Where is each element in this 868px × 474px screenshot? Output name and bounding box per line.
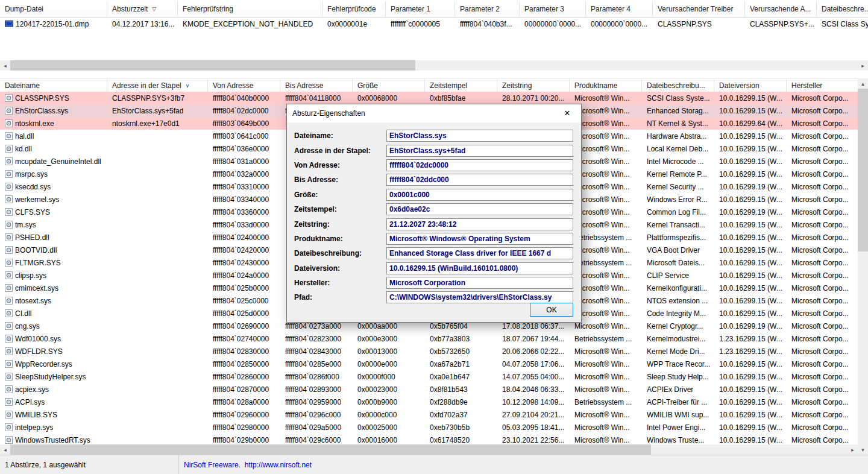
field-value-box[interactable]: fffff804`02ddc000	[386, 174, 573, 186]
scroll-up-icon[interactable]: ▴	[858, 78, 868, 89]
column-header-parameter-2[interactable]: Parameter 2	[455, 1, 520, 17]
column-header-hersteller[interactable]: Hersteller	[787, 79, 862, 92]
cell: 10.0.16299.15 (W...	[714, 282, 787, 294]
dump-list: 120417-22015-01.dmp04.12.2017 13:16...KM…	[0, 17, 868, 31]
upper-horizontal-scrollbar[interactable]: ◂ ▸	[0, 60, 868, 71]
cell: 1.23.16299.15 (W...	[714, 345, 787, 358]
column-header-verursachende-a[interactable]: Verursachende A...	[745, 1, 817, 17]
table-row[interactable]: acpiex.sysfffff804`02870000fffff804`0289…	[0, 383, 858, 396]
cell: fffff804`02830000	[208, 345, 280, 358]
scrollbar-thumb[interactable]	[858, 89, 868, 251]
cell: WMILIB WMI sup...	[642, 408, 714, 421]
field-value-box[interactable]: Enhanced Storage Class driver for IEEE 1…	[386, 247, 573, 259]
cell-text: CLFS.SYS	[15, 208, 50, 216]
column-header-adresse-in-der-stapel[interactable]: Adresse in der Stapel∨	[107, 79, 208, 92]
column-header-gr-e[interactable]: Größe	[353, 79, 425, 92]
table-row[interactable]: Wdf01000.sysfffff804`02740000fffff804`02…	[0, 332, 858, 345]
table-row[interactable]: WMILIB.SYSfffff804`02960000fffff804`0296…	[0, 408, 858, 421]
cell-text: Microsoft Corpo...	[791, 347, 849, 356]
column-header-parameter-1[interactable]: Parameter 1	[386, 1, 455, 17]
cell: 10.0.16299.15 (W...	[714, 408, 787, 421]
cell: fffff804`029a5000	[280, 421, 353, 434]
scroll-left-icon[interactable]: ◂	[0, 444, 10, 455]
column-header-fehlerpr-fcode[interactable]: Fehlerprüfcode	[322, 1, 386, 17]
field-value-box[interactable]: EhStorClass.sys+5fad	[386, 145, 573, 157]
column-header-absturzzeit[interactable]: Absturzzeit▽	[107, 1, 178, 17]
column-header-verursachender-treiber[interactable]: Verursachender Treiber	[653, 1, 745, 17]
cell-text: EhStorClass.sys+5fad	[112, 107, 183, 115]
cell-text: ntosext.sys	[15, 297, 51, 305]
cell-text: Microsoft® Win...	[574, 119, 630, 128]
cell: 10.0.16299.15 (W...	[714, 92, 787, 104]
cell-text: Microsoft Corpo...	[791, 436, 849, 444]
scrollbar-thumb[interactable]	[10, 60, 415, 71]
field-label: Größe:	[294, 191, 318, 199]
field-value-box[interactable]: 10.0.16299.15 (WinBuild.160101.0800)	[386, 262, 573, 274]
table-row[interactable]: 120417-22015-01.dmp04.12.2017 13:16...KM…	[0, 17, 868, 31]
scroll-down-icon[interactable]: ▾	[858, 444, 868, 455]
cell: Microsoft Corpo...	[787, 92, 858, 104]
field-value-box[interactable]: 0x0001c000	[386, 189, 573, 201]
field-value-box[interactable]: fffff804`02dc0000	[386, 159, 573, 171]
scroll-left-icon[interactable]: ◂	[0, 60, 10, 71]
driver-file-icon	[5, 259, 13, 267]
ok-button[interactable]: OK	[530, 303, 573, 317]
cell-text: Microsoft® Win...	[574, 322, 630, 330]
column-header-zeitstring[interactable]: Zeitstring	[497, 79, 570, 92]
cell-text: Kernel Mode Dri...	[647, 347, 705, 356]
cell-text: intelpep.sys	[15, 423, 53, 432]
column-header-label: Parameter 4	[591, 5, 631, 13]
cell: 10.0.16299.15 (W...	[714, 130, 787, 142]
cell: 0x00025000	[353, 421, 425, 434]
table-row[interactable]: WDFLDR.SYSfffff804`02830000fffff804`0284…	[0, 345, 858, 358]
column-header-fehlerpr-fstring[interactable]: Fehlerprüfstring	[178, 1, 322, 17]
column-header-parameter-3[interactable]: Parameter 3	[520, 1, 586, 17]
field-value-box[interactable]: EhStorClass.sys	[386, 130, 573, 142]
field-value-box[interactable]: C:\WINDOWS\system32\drivers\EhStorClass.…	[386, 291, 573, 303]
scrollbar-thumb[interactable]	[10, 444, 651, 455]
dialog-field-adresse-in-der-stapel: Adresse in der Stapel:EhStorClass.sys+5f…	[287, 143, 581, 157]
column-header-von-adresse[interactable]: Von Adresse	[208, 79, 280, 92]
status-nirsoft-link[interactable]: NirSoft Freeware. http://www.nirsoft.net	[179, 455, 312, 474]
field-value-box[interactable]: 21.12.2027 23:48:12	[386, 218, 573, 230]
column-header-dateiname[interactable]: Dateiname	[0, 79, 107, 92]
cell-text: 0x0000e000	[357, 360, 397, 368]
field-value-box[interactable]: Microsoft® Windows® Operating System	[386, 233, 573, 245]
column-header-zeitstempel[interactable]: Zeitstempel	[425, 79, 497, 92]
cell	[107, 320, 208, 332]
cell: fffff804`03360000	[208, 206, 280, 218]
table-row[interactable]: SleepStudyHelper.sysfffff804`02860000fff…	[0, 370, 858, 383]
cell-text: 10.0.16299.15 (W...	[719, 233, 782, 242]
field-value-box[interactable]: 0x6d0ae02c	[386, 203, 573, 215]
column-header-parameter-4[interactable]: Parameter 4	[586, 1, 653, 17]
scroll-right-icon[interactable]: ▸	[858, 60, 868, 71]
cell: fffff804`032a0000	[208, 168, 280, 180]
column-header-produktname[interactable]: Produktname	[570, 79, 642, 92]
table-row[interactable]: intelpep.sysfffff804`02980000fffff804`02…	[0, 421, 858, 434]
lower-horizontal-scrollbar[interactable]: ◂ ▸	[0, 444, 858, 455]
column-header-dateibeschre[interactable]: Dateibeschre...	[817, 1, 868, 17]
field-value-box[interactable]: Microsoft Corporation	[386, 277, 573, 289]
table-row[interactable]: WppRecorder.sysfffff804`02850000fffff804…	[0, 358, 858, 370]
column-header-dateibeschreibu[interactable]: Dateibeschreibu...	[642, 79, 714, 92]
table-row[interactable]: ACPI.sysfffff804`028a0000fffff804`029590…	[0, 396, 858, 408]
vertical-scrollbar[interactable]: ▴ ▾	[858, 78, 868, 455]
cell: Microsoft® Win...	[570, 383, 642, 396]
cell-text: Microsoft Corpo...	[791, 398, 849, 406]
cell: BOOTVID.dll	[0, 244, 107, 256]
dialog-titlebar[interactable]: Absturz-Eigenschaften ✕	[287, 104, 581, 122]
cell: 0x00068000	[353, 92, 425, 104]
close-icon[interactable]: ✕	[554, 104, 580, 122]
table-row[interactable]: WindowsTrustedRT.sysfffff804`029b0000fff…	[0, 434, 858, 444]
column-header-dateiversion[interactable]: Dateiversion	[714, 79, 787, 92]
cell: EhStorClass.sys+5fad	[107, 104, 208, 117]
cell	[107, 231, 208, 244]
table-row[interactable]: CLASSPNP.SYSCLASSPNP.SYS+3fb7fffff804`04…	[0, 92, 858, 104]
scroll-right-icon[interactable]: ▸	[848, 444, 858, 455]
column-header-dump-datei[interactable]: Dump-Datei	[0, 1, 107, 17]
cell	[107, 358, 208, 370]
column-header-bis-adresse[interactable]: Bis Adresse	[280, 79, 353, 92]
cell: hal.dll	[0, 130, 107, 142]
cell-text: CLASSPNP.SYS	[15, 94, 69, 103]
cell: SleepStudyHelper.sys	[0, 370, 107, 383]
